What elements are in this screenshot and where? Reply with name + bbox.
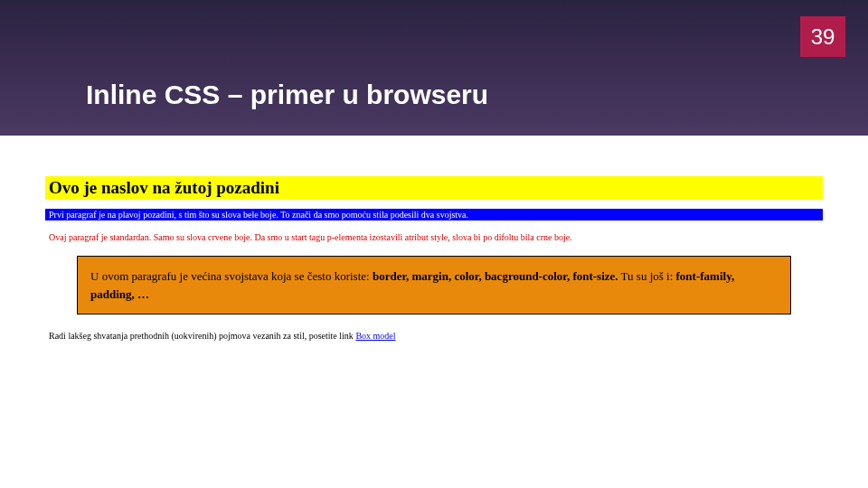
slide-title: Inline CSS – primer u browseru [86, 80, 488, 110]
box-model-link[interactable]: Box model [355, 331, 395, 341]
page-number-badge: 39 [800, 16, 845, 57]
plain-text-prefix: Radi lakšeg shvatanja prethodnih (uokvir… [49, 331, 355, 341]
slide-content: Ovo je naslov na žutoj pozadini Prvi par… [0, 136, 868, 341]
orange-bold-1: border, margin, color, bacground-color, … [373, 269, 618, 283]
slide-header: 39 Inline CSS – primer u browseru [0, 0, 868, 136]
example-heading-yellow: Ovo je naslov na žutoj pozadini [45, 176, 823, 200]
example-paragraph-plain: Radi lakšeg shvatanja prethodnih (uokvir… [45, 331, 823, 341]
orange-text-prefix: U ovom paragrafu je većina svojstava koj… [90, 269, 373, 283]
example-paragraph-red: Ovaj paragraf je standardan. Samo su slo… [45, 231, 823, 243]
example-paragraph-blue: Prvi paragraf je na plavoj pozadini, s t… [45, 209, 823, 221]
example-paragraph-orange-bordered: U ovom paragrafu je većina svojstava koj… [77, 256, 791, 314]
orange-text-mid: Tu su još i: [618, 269, 676, 283]
